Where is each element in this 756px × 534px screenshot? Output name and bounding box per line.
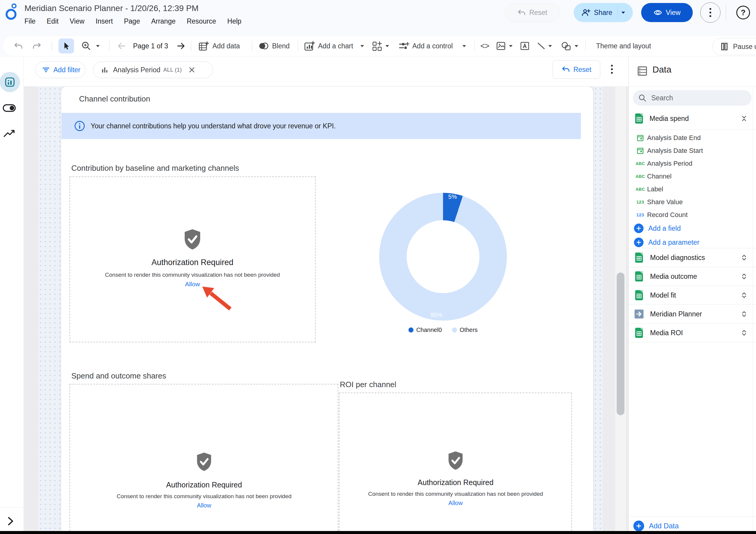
- field-row[interactable]: 123 Record Count: [629, 208, 756, 221]
- add-chart-caret[interactable]: [361, 45, 364, 47]
- shape-tool-caret[interactable]: [575, 45, 578, 47]
- legend-item-others[interactable]: Others: [452, 326, 478, 333]
- community-widgets-caret[interactable]: [386, 45, 389, 47]
- share-dropdown-caret[interactable]: [621, 12, 625, 14]
- filter-chip-badge: ALL (1): [164, 67, 182, 73]
- field-row[interactable]: Analysis Date Start: [629, 144, 756, 157]
- header-reset-button[interactable]: Reset: [505, 3, 560, 22]
- auth-required-title: Authorization Required: [103, 258, 282, 267]
- source-row-model-diagnostics[interactable]: Model diagnostics: [629, 248, 756, 267]
- image-tool-icon[interactable]: [496, 41, 506, 51]
- add-control-button[interactable]: Add a control: [412, 36, 453, 56]
- undo-icon: [561, 66, 570, 73]
- zoom-tool-icon[interactable]: [81, 41, 91, 51]
- blend-icon[interactable]: [258, 41, 268, 51]
- add-filter-button[interactable]: Add filter: [35, 62, 85, 78]
- canvas-scrollbar-thumb[interactable]: [617, 272, 624, 415]
- sheets-icon: [634, 290, 645, 301]
- report-title[interactable]: Meridian Scenario Planner - 1/20/26, 12:…: [24, 4, 199, 13]
- add-chart-button[interactable]: Add a chart: [318, 36, 353, 56]
- shape-tool-icon[interactable]: [561, 41, 572, 51]
- next-page-icon[interactable]: [176, 42, 186, 50]
- expand-source-icon[interactable]: [740, 253, 748, 262]
- field-row[interactable]: ABC Channel: [629, 170, 756, 183]
- primary-source-row[interactable]: Media spend: [629, 110, 756, 127]
- analytics-chart-icon: [5, 77, 15, 87]
- expand-source-icon[interactable]: [740, 310, 748, 319]
- expand-source-icon[interactable]: [740, 328, 748, 337]
- add-data-icon[interactable]: [198, 41, 209, 51]
- close-icon[interactable]: [188, 66, 195, 73]
- header-more-options-button[interactable]: [700, 2, 720, 23]
- allow-link[interactable]: Allow: [197, 502, 211, 509]
- menu-file[interactable]: File: [24, 17, 36, 25]
- menu-view[interactable]: View: [70, 17, 84, 25]
- sidebar-item-report-active[interactable]: [0, 72, 20, 92]
- collapse-source-icon[interactable]: [740, 114, 748, 123]
- connector-icon: [634, 308, 645, 320]
- view-button[interactable]: View: [641, 3, 693, 22]
- share-button[interactable]: Share: [574, 3, 633, 22]
- section1-title: Contribution by baseline and marketing c…: [71, 164, 239, 173]
- canvas-reset-button[interactable]: Reset: [553, 60, 600, 79]
- field-search[interactable]: [633, 90, 751, 106]
- add-a-parameter-button[interactable]: Add a parameter: [629, 236, 756, 249]
- blend-button[interactable]: Blend: [272, 36, 290, 56]
- embed-url-icon[interactable]: <>: [480, 36, 489, 56]
- image-tool-caret[interactable]: [509, 45, 513, 47]
- text-tool-icon[interactable]: [520, 41, 530, 51]
- source-row-media-outcome[interactable]: Media outcome: [629, 267, 756, 286]
- allow-link[interactable]: Allow: [448, 500, 463, 506]
- help-button[interactable]: ?: [736, 6, 750, 19]
- section2-title: Spend and outcome shares: [71, 371, 166, 380]
- toolbar-divider: [298, 41, 298, 51]
- undo-icon[interactable]: [14, 42, 23, 50]
- menu-edit[interactable]: Edit: [47, 17, 59, 25]
- expand-sidebar-chevron-icon[interactable]: [6, 515, 15, 527]
- add-chart-icon[interactable]: [304, 41, 315, 51]
- source-row-media-roi[interactable]: Media ROI: [629, 323, 756, 342]
- sidebar-item-controls[interactable]: [2, 103, 16, 113]
- canvas-more-options-button[interactable]: [611, 63, 613, 75]
- sidebar-item-trends[interactable]: [3, 129, 16, 139]
- zoom-dropdown-caret[interactable]: [96, 45, 100, 47]
- menu-arrange[interactable]: Arrange: [151, 17, 176, 25]
- theme-and-layout-button[interactable]: Theme and layout: [596, 36, 651, 56]
- menu-insert[interactable]: Insert: [96, 17, 113, 25]
- menu-help[interactable]: Help: [227, 17, 241, 25]
- expand-source-icon[interactable]: [740, 291, 748, 300]
- line-tool-icon[interactable]: [536, 42, 546, 50]
- select-tool-button[interactable]: [59, 39, 74, 53]
- toolbar-divider: [585, 41, 586, 51]
- text-type-icon: ABC: [634, 174, 647, 179]
- legend-item-channel0[interactable]: Channel0: [408, 326, 442, 333]
- redo-icon[interactable]: [32, 42, 42, 50]
- community-widgets-icon[interactable]: [372, 41, 383, 52]
- field-row[interactable]: Analysis Date End: [629, 131, 756, 144]
- menu-page[interactable]: Page: [124, 17, 140, 25]
- sheets-icon: [634, 252, 645, 263]
- menu-resource[interactable]: Resource: [187, 17, 216, 25]
- analysis-period-filter-chip[interactable]: Analysis Period ALL (1): [93, 62, 213, 78]
- previous-page-icon[interactable]: [117, 42, 126, 50]
- expand-source-icon[interactable]: [740, 272, 748, 281]
- shield-icon: [447, 451, 464, 470]
- source-row-meridian-planner[interactable]: Meridian Planner: [629, 305, 756, 323]
- add-control-icon[interactable]: [399, 41, 409, 51]
- sidebar-divider: [0, 507, 24, 508]
- add-a-field-button[interactable]: Add a field: [629, 222, 756, 235]
- field-row[interactable]: 123 Share Value: [629, 195, 756, 208]
- search-input[interactable]: [651, 94, 735, 102]
- field-row[interactable]: ABC Label: [629, 183, 756, 195]
- toolbar: Page 1 of 3 Add data Blend Add a chart: [3, 36, 756, 56]
- add-control-caret[interactable]: [462, 45, 466, 47]
- pause-updates-button[interactable]: Pause u: [713, 38, 756, 55]
- header-divider: [726, 4, 726, 21]
- source-row-model-fit[interactable]: Model fit: [629, 286, 756, 305]
- add-data-button[interactable]: Add data: [212, 36, 240, 56]
- line-tool-caret[interactable]: [548, 45, 552, 47]
- field-row[interactable]: ABC Analysis Period: [629, 157, 756, 170]
- donut-hole: [407, 220, 479, 293]
- toolbar-divider: [474, 41, 475, 51]
- page-indicator[interactable]: Page 1 of 3: [133, 36, 168, 56]
